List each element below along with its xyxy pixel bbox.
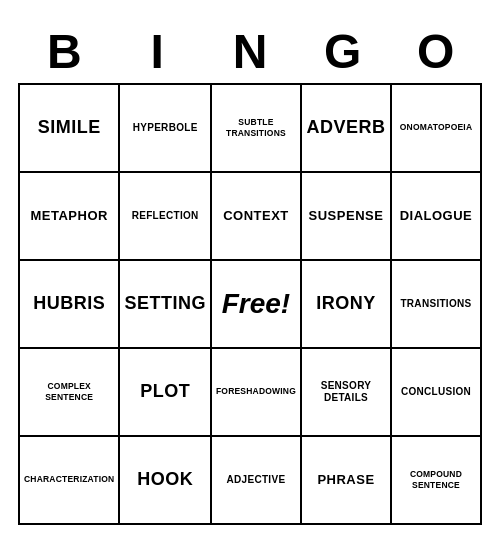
bingo-cell: DIALOGUE [392,173,482,261]
cell-text: REFLECTION [132,210,199,222]
cell-text: COMPLEX SENTENCE [24,381,114,401]
bingo-cell: COMPOUND SENTENCE [392,437,482,525]
cell-text: ADJECTIVE [227,474,286,486]
bingo-cell: METAPHOR [20,173,120,261]
bingo-cell: FORESHADOWING [212,349,302,437]
bingo-cell: SUBTLE TRANSITIONS [212,85,302,173]
bingo-cell: ADJECTIVE [212,437,302,525]
bingo-cell: SENSORY DETAILS [302,349,392,437]
bingo-cell: CONCLUSION [392,349,482,437]
bingo-cell: SIMILE [20,85,120,173]
bingo-cell: COMPLEX SENTENCE [20,349,120,437]
cell-text: DIALOGUE [400,208,473,224]
cell-text: SIMILE [38,117,101,139]
bingo-cell: SUSPENSE [302,173,392,261]
bingo-cell: ONOMATOPOEIA [392,85,482,173]
bingo-cell: HOOK [120,437,212,525]
cell-text: CONTEXT [223,208,289,224]
cell-text: ADVERB [306,117,385,139]
bingo-cell: SETTING [120,261,212,349]
cell-text: SENSORY DETAILS [306,380,386,404]
header-letter: N [204,20,297,83]
bingo-cell: PLOT [120,349,212,437]
bingo-card: BINGO SIMILEHYPERBOLESUBTLE TRANSITIONSA… [10,12,490,533]
bingo-cell: IRONY [302,261,392,349]
cell-text: SUBTLE TRANSITIONS [216,117,296,137]
bingo-cell: HYPERBOLE [120,85,212,173]
bingo-cell: CONTEXT [212,173,302,261]
cell-text: FORESHADOWING [216,386,296,396]
cell-text: PHRASE [317,472,374,488]
cell-text: PLOT [140,381,190,403]
bingo-cell: PHRASE [302,437,392,525]
bingo-cell: HUBRIS [20,261,120,349]
header-letter: O [389,20,482,83]
header-letter: B [18,20,111,83]
cell-text: Free! [222,287,290,321]
cell-text: TRANSITIONS [400,298,471,310]
bingo-cell: ADVERB [302,85,392,173]
bingo-header: BINGO [18,20,482,83]
cell-text: ONOMATOPOEIA [400,122,472,132]
cell-text: SETTING [124,293,206,315]
cell-text: HYPERBOLE [133,122,198,134]
cell-text: CHARACTERIZATION [24,474,114,484]
bingo-cell: Free! [212,261,302,349]
cell-text: METAPHOR [30,208,107,224]
cell-text: CONCLUSION [401,386,471,398]
cell-text: IRONY [316,293,376,315]
header-letter: I [111,20,204,83]
bingo-cell: TRANSITIONS [392,261,482,349]
cell-text: SUSPENSE [309,208,384,224]
bingo-grid: SIMILEHYPERBOLESUBTLE TRANSITIONSADVERBO… [18,83,482,525]
cell-text: HUBRIS [33,293,105,315]
cell-text: COMPOUND SENTENCE [396,469,476,489]
cell-text: HOOK [137,469,193,491]
bingo-cell: CHARACTERIZATION [20,437,120,525]
bingo-cell: REFLECTION [120,173,212,261]
header-letter: G [296,20,389,83]
